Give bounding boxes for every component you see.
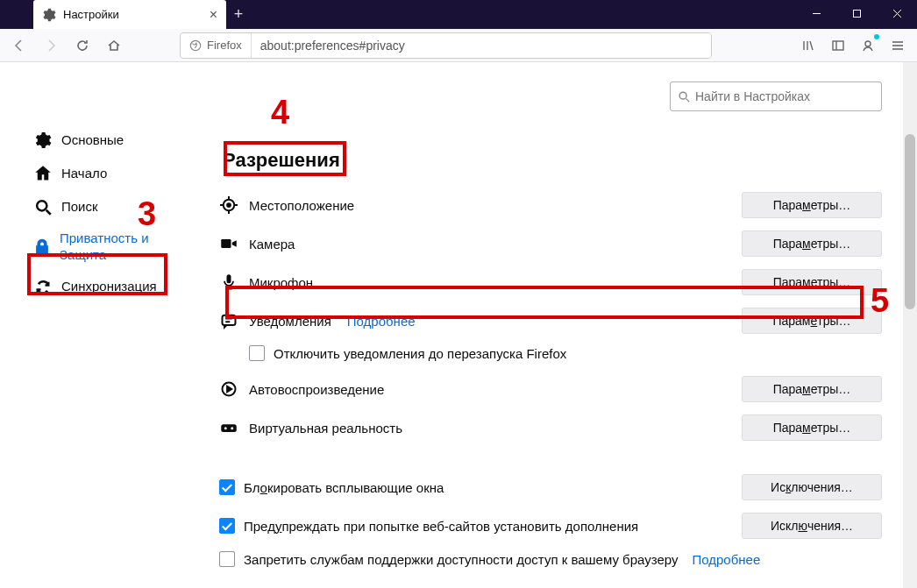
- firefox-icon: [189, 39, 202, 52]
- microphone-icon: [219, 273, 238, 292]
- tab-close-icon[interactable]: ×: [210, 7, 217, 23]
- permission-label: Камера: [249, 237, 295, 251]
- preferences-sidebar: Основные Начало Поиск Приватность и Защи…: [0, 62, 184, 588]
- warn-addons-row: Предупреждать при попытке веб-сайтов уст…: [219, 507, 882, 545]
- permission-row-microphone: Микрофон Параметры…: [219, 263, 882, 301]
- block-a11y-row: Запретить службам поддержки доступности …: [219, 545, 882, 573]
- annotation-number-3: 3: [138, 195, 156, 233]
- svg-point-4: [190, 40, 200, 50]
- sidebar-item-label: Приватность и Защита: [60, 230, 174, 264]
- sidebar-item-search[interactable]: Поиск: [28, 190, 179, 223]
- content-area: Основные Начало Поиск Приватность и Защи…: [0, 62, 917, 588]
- sidebar-item-label: Начало: [61, 166, 107, 182]
- autoplay-settings-button[interactable]: Параметры…: [742, 376, 882, 402]
- permission-label: Уведомления: [249, 314, 331, 329]
- minimize-button[interactable]: [796, 0, 836, 26]
- location-settings-button[interactable]: Параметры…: [742, 192, 882, 218]
- lock-icon: [33, 237, 51, 257]
- url-identity-label: Firefox: [207, 39, 242, 52]
- permission-row-vr: Виртуальная реальность Параметры…: [219, 408, 882, 447]
- maximize-button[interactable]: [836, 0, 877, 26]
- url-input[interactable]: [252, 33, 711, 58]
- notification-icon: [219, 311, 238, 330]
- a11y-learn-more-link[interactable]: Подробнее: [692, 552, 760, 567]
- microphone-settings-button[interactable]: Параметры…: [742, 269, 882, 295]
- navbar: Firefox: [0, 29, 917, 62]
- sidebar-item-privacy[interactable]: Приватность и Защита: [28, 223, 179, 271]
- popup-exceptions-button[interactable]: Исключения…: [742, 474, 882, 500]
- permission-label: Виртуальная реальность: [249, 421, 402, 436]
- svg-rect-1: [853, 10, 860, 17]
- home-button[interactable]: [100, 32, 128, 59]
- svg-point-10: [865, 41, 871, 46]
- close-window-button[interactable]: [877, 0, 917, 26]
- block-popups-checkbox[interactable]: [219, 479, 235, 495]
- search-icon: [33, 197, 53, 216]
- checkbox-label: Запретить службам поддержки доступности …: [244, 552, 678, 567]
- svg-point-16: [679, 92, 686, 99]
- permission-label: Автовоспроизведение: [249, 382, 384, 397]
- reload-button[interactable]: [68, 32, 96, 59]
- permission-row-camera: Камера Параметры…: [219, 224, 882, 263]
- checkbox-label: Предупреждать при попытке веб-сайтов уст…: [244, 519, 638, 534]
- gear-icon: [42, 8, 56, 22]
- annotation-number-5: 5: [871, 282, 889, 320]
- new-tab-button[interactable]: +: [226, 2, 251, 26]
- section-title-permissions: Разрешения: [219, 147, 344, 175]
- home-icon: [33, 164, 53, 183]
- sidebar-item-general[interactable]: Основные: [28, 124, 179, 157]
- svg-rect-25: [227, 274, 231, 283]
- camera-icon: [219, 234, 238, 253]
- url-identity[interactable]: Firefox: [181, 33, 252, 58]
- checkbox-label: Блокировать всплывающие окна: [244, 480, 444, 495]
- svg-point-29: [224, 427, 227, 429]
- block-a11y-checkbox[interactable]: [219, 551, 235, 567]
- addons-exceptions-button[interactable]: Исключения…: [742, 513, 882, 539]
- warn-addons-checkbox[interactable]: [219, 518, 235, 534]
- sidebar-item-label: Основные: [61, 132, 124, 149]
- permission-label: Местоположение: [249, 198, 354, 213]
- tab-title: Настройки: [63, 8, 203, 21]
- vertical-scrollbar[interactable]: [903, 62, 917, 588]
- preferences-search-input[interactable]: [695, 89, 874, 103]
- annotation-number-4: 4: [271, 94, 289, 131]
- back-button[interactable]: [5, 32, 33, 59]
- svg-point-14: [37, 201, 46, 210]
- permission-label: Микрофон: [249, 275, 313, 290]
- notifications-learn-more-link[interactable]: Подробнее: [347, 314, 416, 329]
- sidebar-item-label: Поиск: [61, 199, 98, 216]
- search-icon: [678, 90, 690, 103]
- sidebar-button[interactable]: [824, 32, 852, 59]
- permission-row-location: Местоположение Параметры…: [219, 186, 882, 224]
- forward-button[interactable]: [37, 32, 65, 59]
- svg-point-30: [231, 427, 233, 429]
- svg-rect-8: [833, 41, 843, 50]
- autoplay-icon: [219, 379, 238, 399]
- sidebar-item-sync[interactable]: Синхронизация: [28, 271, 179, 304]
- preferences-search[interactable]: [670, 81, 882, 111]
- menu-button[interactable]: [884, 32, 912, 59]
- camera-settings-button[interactable]: Параметры…: [742, 230, 882, 257]
- sidebar-item-label: Синхронизация: [61, 279, 157, 295]
- account-button[interactable]: [854, 32, 882, 59]
- library-button[interactable]: [794, 32, 822, 59]
- notifications-pause-row: Отключить уведомления до перезапуска Fir…: [219, 340, 882, 370]
- titlebar: Настройки × +: [0, 0, 917, 29]
- notifications-pause-checkbox[interactable]: [249, 345, 265, 361]
- svg-rect-24: [221, 239, 231, 248]
- urlbar[interactable]: Firefox: [180, 32, 712, 59]
- preferences-main: Разрешения Местоположение Параметры… Кам…: [184, 62, 917, 588]
- svg-line-15: [46, 210, 51, 215]
- sidebar-item-home[interactable]: Начало: [28, 157, 179, 190]
- vr-settings-button[interactable]: Параметры…: [742, 414, 882, 441]
- notifications-settings-button[interactable]: Параметры…: [742, 308, 882, 334]
- permission-row-autoplay: Автовоспроизведение Параметры…: [219, 370, 882, 408]
- permission-row-notifications: Уведомления Подробнее Параметры…: [219, 301, 882, 340]
- svg-line-17: [686, 99, 690, 103]
- window-controls: [796, 0, 917, 26]
- svg-point-19: [227, 203, 231, 207]
- browser-tab[interactable]: Настройки ×: [33, 0, 226, 29]
- svg-rect-28: [221, 424, 237, 432]
- gear-icon: [33, 131, 53, 150]
- svg-line-7: [810, 41, 813, 50]
